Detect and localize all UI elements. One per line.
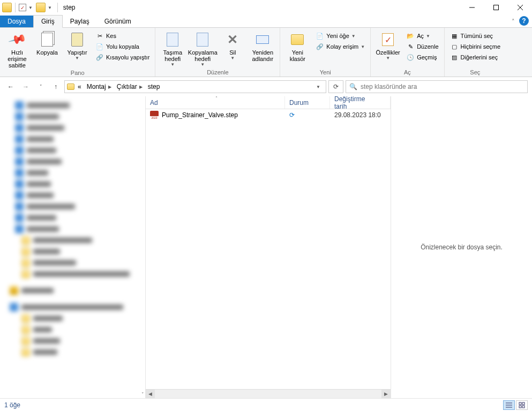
file-modified: 29.08.2023 18:0: [330, 111, 391, 119]
easy-access-icon: 🔗: [316, 42, 324, 51]
ribbon-group-label: Düzenle: [159, 68, 276, 77]
forward-button[interactable]: →: [19, 80, 32, 93]
address-dropdown-button[interactable]: ▼: [313, 85, 324, 89]
ribbon-group-open: ✓ Özellikler▼ 📂Aç ▼ ✎Düzenle 🕓Geçmiş Aç: [371, 28, 444, 77]
details-view-button[interactable]: [503, 400, 515, 410]
copy-path-button[interactable]: 📄Yolu kopyala: [93, 42, 152, 51]
search-input[interactable]: 🔍 step klasöründe ara: [346, 80, 528, 93]
ribbon-group-label: Seç: [448, 68, 503, 77]
invert-selection-button[interactable]: ▨Diğerlerini seç: [448, 52, 503, 62]
new-item-icon: 📄: [316, 32, 324, 40]
svg-rect-7: [519, 402, 521, 405]
title-bar: ✓ ▼ ▼ step: [0, 0, 532, 15]
pin-icon: 📌: [8, 30, 27, 49]
app-folder-icon: [2, 3, 12, 12]
status-bar: 1 öğe: [0, 398, 532, 411]
copy-to-button[interactable]: Kopyalama hedefi▼: [189, 29, 216, 67]
cut-button[interactable]: ✂Kes: [93, 31, 152, 41]
paste-button[interactable]: Yapıştır ▼: [63, 29, 91, 60]
quick-access-toolbar: ✓ ▼ ▼: [0, 3, 60, 12]
column-headers: Ad ˄ Durum Değiştirme tarih: [146, 96, 391, 109]
select-none-button[interactable]: ▢Hiçbirini seçme: [448, 42, 503, 51]
tab-share[interactable]: Paylaş: [63, 16, 97, 27]
scroll-right-button[interactable]: ▶: [381, 390, 391, 399]
search-placeholder: step klasöründe ara: [361, 83, 417, 90]
tab-home[interactable]: Giriş: [33, 15, 63, 28]
ribbon-group-label: Aç: [374, 68, 440, 77]
tab-file[interactable]: Dosya: [0, 16, 33, 27]
chevron-down-icon[interactable]: ▼: [28, 5, 33, 10]
select-all-icon: ▦: [450, 32, 459, 40]
copy-to-icon: [197, 33, 208, 47]
paste-shortcut-button[interactable]: 🔗Kısayolu yapıştır: [93, 52, 152, 62]
file-row[interactable]: Pump_Strainer_Valve.step ⟳ 29.08.2023 18…: [146, 109, 391, 121]
move-to-icon: [167, 33, 178, 47]
file-list[interactable]: Pump_Strainer_Valve.step ⟳ 29.08.2023 18…: [146, 109, 391, 389]
back-button[interactable]: ←: [4, 80, 17, 93]
copy-button[interactable]: Kopyala: [33, 29, 61, 56]
invert-selection-icon: ▨: [450, 53, 459, 62]
rename-icon: [256, 35, 269, 44]
tab-view[interactable]: Görünüm: [97, 16, 139, 27]
copy-path-icon: 📄: [95, 42, 104, 51]
delete-button[interactable]: ✕ Sil▼: [219, 29, 246, 60]
ribbon-group-organize: Taşıma hedefi▼ Kopyalama hedefi▼ ✕ Sil▼ …: [155, 28, 280, 77]
tree-chevron-icon[interactable]: ˅: [141, 392, 144, 397]
qat-properties-icon[interactable]: ✓: [19, 4, 26, 11]
thumbnails-view-button[interactable]: [516, 400, 528, 410]
svg-rect-10: [522, 406, 524, 408]
address-bar[interactable]: « Montaj▶ Çıktılar▶ step ▼: [64, 80, 326, 93]
maximize-button[interactable]: [484, 0, 508, 15]
preview-prompt: Önizlenecek bir dosya seçin.: [421, 243, 503, 251]
window-title: step: [63, 4, 76, 11]
scroll-left-button[interactable]: ◀: [146, 390, 155, 399]
navigation-pane[interactable]: ˅: [0, 96, 146, 398]
edit-button[interactable]: ✎Düzenle: [404, 42, 440, 51]
minimize-button[interactable]: [460, 0, 484, 15]
select-all-button[interactable]: ▦Tümünü seç: [448, 31, 503, 41]
paste-shortcut-icon: 🔗: [95, 53, 104, 62]
easy-access-button[interactable]: 🔗Kolay erişim ▼: [313, 42, 367, 51]
up-button[interactable]: ↑: [49, 80, 62, 93]
properties-icon: ✓: [382, 33, 394, 46]
history-icon: 🕓: [406, 53, 415, 62]
pin-button[interactable]: 📌 Hızlı erişime sabitle: [3, 29, 31, 68]
ribbon-group-select: ▦Tümünü seç ▢Hiçbirini seçme ▨Diğerlerin…: [445, 28, 506, 77]
refresh-button[interactable]: ⟳: [328, 80, 343, 93]
folder-icon: [67, 83, 74, 90]
sync-icon: ⟳: [289, 111, 295, 119]
new-folder-button[interactable]: Yeni klasör: [283, 29, 311, 62]
sort-indicator-icon: ˄: [215, 96, 218, 101]
search-icon: 🔍: [349, 83, 357, 90]
main-area: ˅ Ad ˄ Durum Değiştirme tarih Pump_Strai…: [0, 96, 532, 398]
column-name[interactable]: Ad ˄: [146, 96, 285, 109]
breadcrumb-overflow[interactable]: «: [76, 83, 84, 90]
history-button[interactable]: 🕓Geçmiş: [404, 52, 440, 62]
breadcrumb[interactable]: Montaj▶: [85, 83, 114, 90]
preview-pane: Önizlenecek bir dosya seçin.: [391, 96, 532, 398]
breadcrumb[interactable]: step: [146, 83, 162, 90]
help-button[interactable]: ?: [519, 16, 529, 26]
properties-button[interactable]: ✓ Özellikler▼: [374, 29, 402, 60]
item-count: 1 öğe: [4, 401, 20, 409]
column-modified[interactable]: Değiştirme tarih: [330, 96, 391, 109]
move-to-button[interactable]: Taşıma hedefi▼: [159, 29, 186, 67]
column-status[interactable]: Durum: [285, 96, 330, 109]
close-button[interactable]: [508, 0, 532, 15]
file-type-icon: [150, 111, 159, 119]
new-item-button[interactable]: 📄Yeni öğe ▼: [313, 31, 367, 41]
ribbon-collapse-button[interactable]: ˄: [507, 16, 519, 27]
file-list-pane: Ad ˄ Durum Değiştirme tarih Pump_Straine…: [146, 96, 391, 398]
select-none-icon: ▢: [450, 42, 459, 51]
open-button[interactable]: 📂Aç ▼: [404, 31, 440, 41]
breadcrumb[interactable]: Çıktılar▶: [115, 83, 145, 90]
recent-locations-button[interactable]: ˅: [34, 80, 47, 93]
ribbon-group-label: Yeni: [283, 68, 367, 77]
rename-button[interactable]: Yeniden adlandır: [249, 29, 276, 62]
svg-rect-1: [493, 5, 498, 10]
delete-icon: ✕: [227, 32, 238, 47]
ribbon-group-new: Yeni klasör 📄Yeni öğe ▼ 🔗Kolay erişim ▼ …: [280, 28, 371, 77]
ribbon-group-label: Pano: [3, 68, 152, 77]
chevron-down-icon[interactable]: ▼: [48, 5, 52, 10]
horizontal-scrollbar[interactable]: ◀ ▶: [146, 389, 391, 398]
